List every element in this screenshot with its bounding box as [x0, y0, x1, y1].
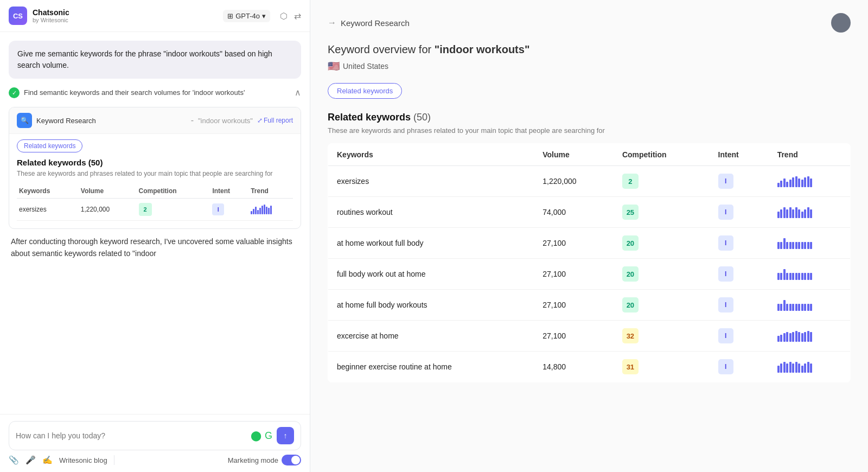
- send-button[interactable]: ↑: [277, 427, 294, 444]
- trend-cell: [769, 321, 851, 352]
- share-icon[interactable]: ⬡: [280, 11, 288, 21]
- intent-badge-sm: I: [212, 203, 224, 215]
- tool-separator: -: [191, 116, 194, 125]
- table-row: full body work out at home27,10020I: [328, 259, 851, 290]
- trend-chart-sm: [251, 205, 291, 214]
- comp-cell: 2: [614, 166, 710, 197]
- comp-cell: 20: [614, 259, 710, 290]
- toggle-switch[interactable]: [282, 455, 301, 465]
- kw-cell: at home workout full body: [328, 228, 534, 259]
- intent-badge: I: [718, 205, 733, 220]
- chat-footer: 📎 🎤 ✍ Writesonic blog Marketing mode: [9, 455, 301, 465]
- toggle-knob: [291, 456, 300, 464]
- grammarly-g-icon[interactable]: G: [265, 430, 272, 442]
- comp-cell: 32: [614, 321, 710, 352]
- task-label-text: Find semantic keywords and their search …: [24, 88, 245, 97]
- nav-title: Keyword Research: [341, 18, 410, 28]
- col-header-volume-sm: Volume: [79, 184, 137, 199]
- left-panel: CS Chatsonic by Writesonic ⊞ GPT-4o ▾ ⬡ …: [0, 0, 310, 472]
- kw-cell: beginner exercise routine at home: [328, 352, 534, 382]
- vol-cell: 27,100: [534, 228, 614, 259]
- trend-cell: [769, 197, 851, 228]
- user-message: Give me semantic keywords for the phrase…: [9, 41, 301, 79]
- app-byline: by Writesonic: [33, 17, 218, 23]
- section-subtitle-sm: These are keywords and phrases related t…: [17, 169, 293, 178]
- collapse-button[interactable]: ∧: [295, 87, 301, 98]
- model-selector[interactable]: ⊞ GPT-4o ▾: [223, 10, 270, 22]
- vol-cell: 27,100: [534, 259, 614, 290]
- user-avatar: [831, 13, 851, 33]
- trend-chart: [777, 175, 841, 187]
- marketing-mode-label: Marketing mode: [228, 456, 278, 464]
- trend-cell: [769, 259, 851, 290]
- settings-icon[interactable]: ⇄: [294, 11, 301, 21]
- intent-badge: I: [718, 174, 733, 189]
- vol-cell-sm: 1,220,000: [79, 198, 137, 220]
- expand-icon: ⤢: [257, 117, 263, 124]
- table-row: at home full body workouts27,10020I: [328, 290, 851, 321]
- kw-cell: excercise at home: [328, 321, 534, 352]
- section-title-sm: Related keywords (50): [17, 158, 293, 167]
- footer-divider: [114, 455, 114, 465]
- comp-cell: 20: [614, 290, 710, 321]
- chat-header: CS Chatsonic by Writesonic ⊞ GPT-4o ▾ ⬡ …: [0, 0, 310, 32]
- intent-badge: I: [718, 328, 733, 343]
- col-trend: Trend: [769, 144, 851, 166]
- intent-cell: I: [710, 352, 769, 382]
- kw-cell: at home full body workouts: [328, 290, 534, 321]
- related-keywords-btn-lg[interactable]: Related keywords: [328, 83, 402, 99]
- app-name: Chatsonic: [33, 8, 218, 17]
- attach-icon[interactable]: 📎: [9, 455, 19, 465]
- competition-badge: 32: [622, 328, 639, 343]
- country-name: United States: [343, 62, 388, 71]
- trend-chart: [777, 206, 841, 218]
- comp-cell: 31: [614, 352, 710, 382]
- marketing-mode-toggle[interactable]: Marketing mode: [228, 455, 301, 465]
- trend-cell: [769, 352, 851, 382]
- tool-title: Keyword Research: [36, 117, 187, 125]
- competition-badge: 2: [622, 174, 639, 189]
- right-panel: → Keyword Research Keyword overview for …: [310, 0, 868, 472]
- task-label-block: Find semantic keywords and their search …: [24, 87, 290, 98]
- vol-cell: 1,220,000: [534, 166, 614, 197]
- col-header-keywords-sm: Keywords: [17, 184, 79, 199]
- assistant-task-header: ✓ Find semantic keywords and their searc…: [9, 85, 301, 100]
- intent-cell-sm: I: [210, 198, 248, 220]
- intent-badge: I: [718, 359, 733, 374]
- chat-input-area: ⬤ G ↑ 📎 🎤 ✍ Writesonic blog Marketing mo…: [0, 414, 310, 472]
- trend-cell: [769, 228, 851, 259]
- tool-card-header: 🔍 Keyword Research - "indoor workouts" ⤢…: [9, 107, 301, 134]
- chat-input-wrapper: ⬤ G ↑: [9, 421, 301, 450]
- overview-query: "indoor workouts": [435, 43, 530, 55]
- intent-cell: I: [710, 259, 769, 290]
- model-label: GPT-4o: [235, 12, 260, 20]
- keyword-table-sm: Keywords Volume Competition Intent Trend…: [17, 184, 293, 221]
- col-header-competition-sm: Competition: [137, 184, 210, 199]
- flag-icon: 🇺🇸: [328, 60, 340, 72]
- blog-icon[interactable]: ✍: [42, 455, 53, 465]
- assistant-text: After conducting thorough keyword resear…: [9, 235, 301, 260]
- competition-badge: 20: [622, 266, 639, 282]
- col-header-trend-sm: Trend: [248, 184, 293, 199]
- competition-badge-sm: 2: [139, 203, 152, 216]
- trend-cell-sm: [248, 198, 293, 220]
- section-count-lg: (50): [413, 112, 431, 123]
- table-row: beginner exercise routine at home14,8003…: [328, 352, 851, 382]
- col-keywords: Keywords: [328, 144, 534, 166]
- tool-keyword-icon: 🔍: [17, 113, 32, 128]
- grammarly-icon[interactable]: ⬤: [251, 430, 261, 442]
- related-keywords-btn-sm[interactable]: Related keywords: [17, 139, 82, 152]
- table-row: exersizes1,220,0002I: [328, 166, 851, 197]
- model-icon: ⊞: [227, 12, 233, 20]
- competition-badge: 20: [622, 297, 639, 312]
- intent-cell: I: [710, 197, 769, 228]
- col-competition: Competition: [614, 144, 710, 166]
- chat-input[interactable]: [16, 431, 246, 440]
- trend-chart: [777, 237, 841, 249]
- kw-cell: full body work out at home: [328, 259, 534, 290]
- vol-cell: 27,100: [534, 290, 614, 321]
- writesonic-blog-link[interactable]: Writesonic blog: [59, 456, 107, 464]
- full-report-link[interactable]: ⤢ Full report: [257, 117, 293, 124]
- table-row: excercise at home27,10032I: [328, 321, 851, 352]
- mic-icon[interactable]: 🎤: [25, 455, 36, 465]
